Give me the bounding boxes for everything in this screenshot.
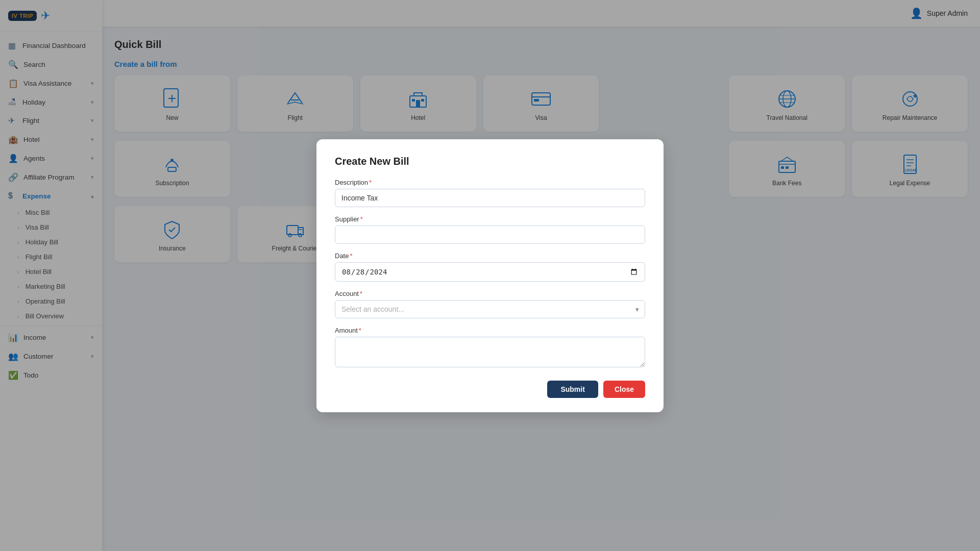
date-label: Date*	[335, 252, 645, 260]
supplier-label: Supplier*	[335, 215, 645, 223]
description-field-group: Description*	[335, 179, 645, 207]
description-input[interactable]	[335, 189, 645, 207]
submit-button[interactable]: Submit	[547, 381, 598, 398]
supplier-field-group: Supplier*	[335, 215, 645, 244]
date-field-group: Date*	[335, 252, 645, 282]
amount-input[interactable]	[335, 337, 645, 367]
supplier-input[interactable]	[335, 226, 645, 244]
account-field-group: Account* Select an account... ▾	[335, 290, 645, 318]
amount-field-group: Amount*	[335, 327, 645, 369]
amount-label: Amount*	[335, 327, 645, 334]
create-bill-modal: Create New Bill Description* Supplier* D…	[316, 139, 664, 412]
modal-title: Create New Bill	[335, 156, 645, 167]
description-label: Description*	[335, 179, 645, 186]
account-label: Account*	[335, 290, 645, 297]
modal-overlay[interactable]: Create New Bill Description* Supplier* D…	[0, 0, 980, 551]
close-button[interactable]: Close	[603, 381, 645, 398]
modal-actions: Submit Close	[335, 381, 645, 398]
account-select[interactable]: Select an account...	[335, 300, 645, 318]
account-select-wrapper: Select an account... ▾	[335, 300, 645, 318]
date-input[interactable]	[335, 262, 645, 282]
